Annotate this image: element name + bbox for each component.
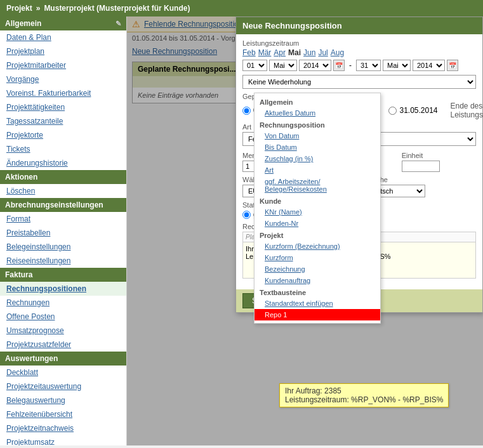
sidebar-item-projekttaetigkeiten[interactable]: Projekttätigkeiten bbox=[0, 100, 126, 114]
date-range-row: 01 Mai 2014 📅 - 31 bbox=[242, 60, 476, 71]
edit-icon: ✎ bbox=[116, 20, 121, 28]
sidebar-item-daten-plan[interactable]: Daten & Plan bbox=[0, 30, 126, 44]
sidebar-item-offene-posten[interactable]: Offene Posten bbox=[0, 310, 126, 324]
sidebar-item-projektzeitnachweis[interactable]: Projektzeitnachweis bbox=[0, 421, 126, 435]
sidebar-item-tickets[interactable]: Tickets bbox=[0, 142, 126, 156]
date-range-sep: - bbox=[347, 61, 354, 70]
radio-ende-date: 31.05.2014 bbox=[399, 106, 437, 115]
dropdown-section-projekt: Projekt bbox=[255, 229, 380, 240]
month-tabs: Feb Mär Apr Mai Jun Jul Aug bbox=[242, 48, 476, 57]
dropdown-item-zuschlag[interactable]: Zuschlag (in %) bbox=[255, 153, 380, 164]
sidebar-item-projektzeitauswertung[interactable]: Projektzeitauswertung bbox=[0, 379, 126, 393]
radio-beginn[interactable] bbox=[242, 107, 251, 115]
month-tab-mai[interactable]: Mai bbox=[288, 48, 301, 57]
main-layout: Allgemein ✎ Daten & Plan Projektplan Pro… bbox=[0, 16, 483, 445]
dropdown-item-kurzform[interactable]: Kurzform bbox=[255, 252, 380, 263]
page-header: Projekt » Musterprojekt (Musterprojekt f… bbox=[0, 0, 483, 16]
dropdown-item-aktuelles-datum[interactable]: Aktuelles Datum bbox=[255, 107, 380, 119]
date-to-year[interactable]: 2014 bbox=[413, 60, 445, 71]
dropdown-menu: Allgemein Aktuelles Datum Rechnungsposit… bbox=[254, 93, 381, 324]
einheit-label: Einheit bbox=[402, 152, 476, 159]
dropdown-item-knr-name[interactable]: KNr (Name) bbox=[255, 206, 380, 218]
einheit-input[interactable] bbox=[402, 161, 440, 172]
leistungszeitraum-label: Leistungszeitraum bbox=[242, 39, 476, 47]
sidebar-item-fakturierbarkeit[interactable]: Voreinst. Fakturierbarkeit bbox=[0, 86, 126, 100]
tooltip-line2: Leistungszeitraum: %RP_VON% - %RP_BIS% bbox=[285, 395, 443, 404]
sidebar-item-projektplan[interactable]: Projektplan bbox=[0, 44, 126, 58]
radio-option-ende[interactable]: 31.05.2014 bbox=[388, 106, 437, 115]
status-geplant-radio[interactable] bbox=[242, 211, 251, 219]
dropdown-section-allgemein: Allgemein bbox=[255, 96, 380, 107]
sidebar-item-reiseeinstellungen[interactable]: Reiseeinstellungen bbox=[0, 254, 126, 268]
dropdown-item-von-datum[interactable]: Von Datum bbox=[255, 130, 380, 142]
date-from-month[interactable]: Mai bbox=[269, 60, 297, 71]
dropdown-section-rechnungsposition: Rechnungsposition bbox=[255, 119, 380, 130]
sidebar-item-tagessatzanteile[interactable]: Tagessatzanteile bbox=[0, 114, 126, 128]
dropdown-section-textbausteine: Textbausteine bbox=[255, 286, 380, 298]
date-from-year[interactable]: 2014 bbox=[299, 60, 331, 71]
calendar-icon-to[interactable]: 📅 bbox=[447, 60, 458, 71]
date-to-month[interactable]: Mai bbox=[383, 60, 411, 71]
month-tab-apr[interactable]: Apr bbox=[274, 48, 286, 57]
dropdown-section-kunde: Kunde bbox=[255, 195, 380, 206]
wiederholung-row: Keine Wiederholung bbox=[242, 75, 476, 89]
dropdown-item-repo1[interactable]: Repo 1 bbox=[255, 309, 380, 320]
sidebar-item-preistabellen[interactable]: Preistabellen bbox=[0, 226, 126, 240]
project-label: Projekt bbox=[6, 4, 32, 13]
einheit-col: Einheit bbox=[402, 152, 476, 172]
sidebar-item-loeschen[interactable]: Löschen bbox=[0, 184, 126, 198]
dropdown-item-art[interactable]: Art bbox=[255, 164, 380, 176]
sidebar-item-projektzusatzfelder[interactable]: Projektzusatzfelder bbox=[0, 338, 126, 352]
dropdown-item-kundenauftrag[interactable]: Kundenauftrag bbox=[255, 275, 380, 286]
sidebar-section-faktura[interactable]: Faktura bbox=[0, 268, 126, 282]
sidebar-section-aktionen[interactable]: Aktionen bbox=[0, 170, 126, 184]
sidebar-item-projektorte[interactable]: Projektorte bbox=[0, 128, 126, 142]
dropdown-item-bezeichnung[interactable]: Bezeichnung bbox=[255, 263, 380, 275]
date-to-day[interactable]: 31 bbox=[356, 60, 381, 71]
sidebar-item-projektumsatz[interactable]: Projektumsatz bbox=[0, 435, 126, 445]
sidebar-item-aenderungshistorie[interactable]: Änderungshistorie bbox=[0, 156, 126, 170]
sidebar-item-rechnungspositionen[interactable]: Rechnungspositionen bbox=[0, 282, 126, 296]
month-tab-jul[interactable]: Jul bbox=[318, 48, 328, 57]
header-separator: » bbox=[36, 4, 41, 13]
sidebar-section-allgemein[interactable]: Allgemein ✎ bbox=[0, 16, 126, 30]
tooltip-line1: Ihr Auftrag: 2385 bbox=[285, 386, 443, 395]
sidebar-item-belegauswertung[interactable]: Belegauswertung bbox=[0, 393, 126, 407]
dropdown-item-arbeitszeiten[interactable]: ggf. Arbeitszeiten/ Belege/Reisekosten bbox=[255, 176, 380, 195]
sidebar-section-auswertungen[interactable]: Auswertungen bbox=[0, 352, 126, 366]
content-area: ⚠ Fehlende Rechnungspositionen i Zeitrau… bbox=[127, 16, 483, 445]
modal-title: Neue Rechnungsposition bbox=[236, 17, 482, 34]
tooltip-box: Ihr Auftrag: 2385 Leistungszeitraum: %RP… bbox=[279, 383, 449, 407]
month-tab-mar[interactable]: Mär bbox=[258, 48, 272, 57]
dropdown-item-standardtext[interactable]: Standardtext einfügen bbox=[255, 298, 380, 309]
sidebar-item-fehlzeiten[interactable]: Fehlzeitenübersicht bbox=[0, 407, 126, 421]
sidebar-item-projektmitarbeiter[interactable]: Projektmitarbeiter bbox=[0, 58, 126, 72]
sidebar-section-abrechnung[interactable]: Abrechnungseinstellungen bbox=[0, 198, 126, 212]
date-from-day[interactable]: 01 bbox=[242, 60, 267, 71]
calendar-icon-from[interactable]: 📅 bbox=[333, 60, 345, 71]
dropdown-item-kurzform-bezeichnung[interactable]: Kurzform (Bezeichnung) bbox=[255, 240, 380, 252]
month-tab-feb[interactable]: Feb bbox=[242, 48, 256, 57]
radio-ende[interactable] bbox=[388, 107, 397, 115]
radio-ende-label: Ende des Leistungszeitraums bbox=[451, 102, 483, 119]
leistungszeitraum-row: Leistungszeitraum Feb Mär Apr Mai Jun Ju… bbox=[242, 39, 476, 71]
project-name: Musterprojekt (Musterprojekt für Kunde) bbox=[44, 4, 190, 13]
month-tab-aug[interactable]: Aug bbox=[331, 48, 344, 57]
sidebar-item-belegeinstellungen[interactable]: Belegeinstellungen bbox=[0, 240, 126, 254]
sidebar: Allgemein ✎ Daten & Plan Projektplan Pro… bbox=[0, 16, 127, 445]
month-tab-jun[interactable]: Jun bbox=[303, 48, 315, 57]
dropdown-item-bis-datum[interactable]: Bis Datum bbox=[255, 142, 380, 153]
wiederholung-select[interactable]: Keine Wiederholung bbox=[242, 75, 476, 89]
sidebar-item-vorgaenge[interactable]: Vorgänge bbox=[0, 72, 126, 86]
sidebar-item-umsatzprognose[interactable]: Umsatzprognose bbox=[0, 324, 126, 338]
dropdown-item-kunden-nr[interactable]: Kunden-Nr bbox=[255, 218, 380, 229]
sidebar-item-format[interactable]: Format bbox=[0, 212, 126, 226]
sidebar-item-deckblatt[interactable]: Deckblatt bbox=[0, 366, 126, 379]
sidebar-item-rechnungen[interactable]: Rechnungen bbox=[0, 296, 126, 310]
